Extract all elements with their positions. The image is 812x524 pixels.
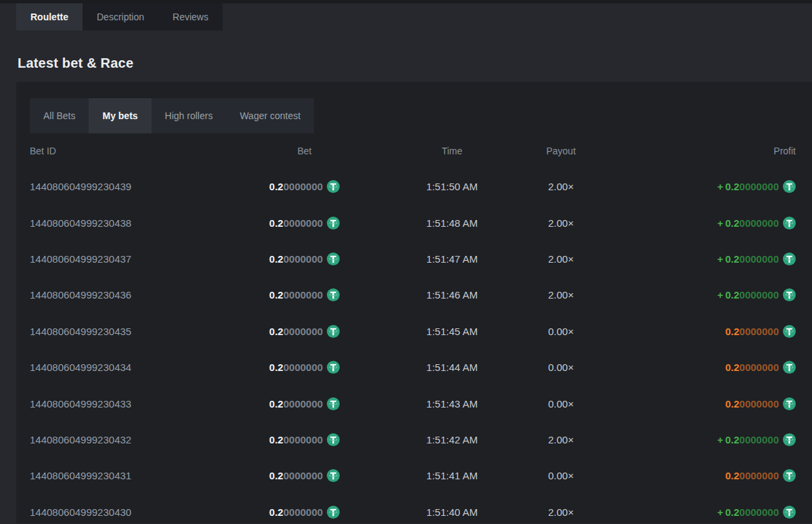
table-row: 144080604999230436 0.20000000 1:51:46 AM… <box>30 277 796 313</box>
tether-icon <box>327 217 340 230</box>
table-row: 144080604999230437 0.20000000 1:51:47 AM… <box>30 241 796 277</box>
tether-icon <box>783 217 796 230</box>
bet-id-cell: 144080604999230439 <box>30 181 237 192</box>
tab-description[interactable]: Description <box>83 3 158 30</box>
col-header-bet: Bet <box>237 146 372 156</box>
time-cell: 1:51:44 AM <box>372 362 532 373</box>
bet-amount-main: 0.2 <box>269 253 284 265</box>
table-row: 144080604999230434 0.20000000 1:51:44 AM… <box>30 349 796 385</box>
profit-cell: +0.20000000 <box>590 506 796 519</box>
bet-id-cell: 144080604999230437 <box>30 253 237 265</box>
bets-table-body: 144080604999230439 0.20000000 1:51:50 AM… <box>30 169 796 524</box>
time-cell: 1:51:50 AM <box>372 181 532 192</box>
bet-amount-main: 0.2 <box>269 434 284 445</box>
bet-id-cell: 144080604999230436 <box>30 289 237 301</box>
profit-amount-decimals: 0000000 <box>740 326 779 337</box>
profit-amount-decimals: 0000000 <box>740 506 779 518</box>
payout-cell: 2.00× <box>532 506 590 518</box>
table-row: 144080604999230432 0.20000000 1:51:42 AM… <box>30 422 796 458</box>
col-header-payout: Payout <box>532 146 590 156</box>
time-cell: 1:51:48 AM <box>372 217 532 229</box>
time-cell: 1:51:47 AM <box>372 253 532 265</box>
profit-amount-main: 0.2 <box>725 289 740 301</box>
time-cell: 1:51:40 AM <box>372 506 532 518</box>
profit-sign: + <box>717 181 723 192</box>
payout-cell: 2.00× <box>532 289 590 301</box>
section-title: Latest bet & Race <box>18 56 812 71</box>
tab-high-rollers[interactable]: High rollers <box>152 98 227 133</box>
time-cell: 1:51:41 AM <box>372 470 532 481</box>
payout-cell: 0.00× <box>532 398 590 410</box>
profit-amount-main: 0.2 <box>725 434 740 445</box>
bet-id-cell: 144080604999230434 <box>30 362 237 373</box>
profit-sign: + <box>717 253 723 265</box>
latest-bets-panel: All Bets My bets High rollers Wager cont… <box>16 82 812 523</box>
bet-cell: 0.20000000 <box>237 325 372 338</box>
bet-cell: 0.20000000 <box>237 288 372 301</box>
profit-amount-main: 0.2 <box>725 217 740 229</box>
bet-amount-decimals: 0000000 <box>284 434 323 445</box>
tether-icon <box>783 180 796 193</box>
profit-amount-main: 0.2 <box>725 181 740 192</box>
tab-wager-contest[interactable]: Wager contest <box>226 98 314 133</box>
tab-reviews[interactable]: Reviews <box>158 3 223 30</box>
tether-icon <box>327 506 340 519</box>
tether-icon <box>783 288 796 301</box>
tether-icon <box>783 253 796 265</box>
table-header: Bet ID Bet Time Payout Profit <box>30 133 796 169</box>
profit-cell: 0.20000000 <box>590 325 796 338</box>
payout-cell: 2.00× <box>532 253 590 265</box>
profit-amount-decimals: 0000000 <box>740 362 779 373</box>
profit-amount-decimals: 0000000 <box>740 434 779 445</box>
profit-amount-decimals: 0000000 <box>740 289 779 301</box>
bet-amount-main: 0.2 <box>269 181 284 192</box>
bet-id-cell: 144080604999230432 <box>30 434 237 445</box>
table-row: 144080604999230433 0.20000000 1:51:43 AM… <box>30 385 796 421</box>
profit-amount-main: 0.2 <box>725 470 740 481</box>
col-header-time: Time <box>372 146 532 156</box>
bet-amount-main: 0.2 <box>269 289 284 301</box>
bet-amount-decimals: 0000000 <box>284 289 323 301</box>
tether-icon <box>327 361 340 374</box>
profit-amount-decimals: 0000000 <box>740 398 779 410</box>
bet-amount-decimals: 0000000 <box>284 217 323 229</box>
bet-id-cell: 144080604999230433 <box>30 398 237 410</box>
bet-id-cell: 144080604999230431 <box>30 470 237 481</box>
tether-icon <box>327 253 340 265</box>
tether-icon <box>327 325 340 338</box>
tether-icon <box>327 288 340 301</box>
bet-cell: 0.20000000 <box>237 253 372 265</box>
tab-my-bets[interactable]: My bets <box>89 98 151 133</box>
bet-cell: 0.20000000 <box>237 469 372 482</box>
tether-icon <box>783 506 796 519</box>
bet-cell: 0.20000000 <box>237 180 372 193</box>
profit-sign: + <box>717 289 723 301</box>
tether-icon <box>783 325 796 338</box>
bet-amount-main: 0.2 <box>269 362 284 373</box>
tab-roulette[interactable]: Roulette <box>16 3 83 30</box>
payout-cell: 0.00× <box>532 326 590 337</box>
bet-amount-decimals: 0000000 <box>284 398 323 410</box>
table-row: 144080604999230438 0.20000000 1:51:48 AM… <box>30 204 796 240</box>
profit-amount-decimals: 0000000 <box>740 181 779 192</box>
bet-amount-main: 0.2 <box>269 217 284 229</box>
bet-cell: 0.20000000 <box>237 217 372 230</box>
bet-amount-main: 0.2 <box>269 470 284 481</box>
bet-amount-decimals: 0000000 <box>284 506 323 518</box>
col-header-profit: Profit <box>590 146 796 156</box>
profit-sign: + <box>717 506 723 518</box>
tab-all-bets[interactable]: All Bets <box>30 98 89 133</box>
col-header-bet-id: Bet ID <box>30 146 237 156</box>
bet-id-cell: 144080604999230430 <box>30 506 237 518</box>
bet-amount-decimals: 0000000 <box>284 362 323 373</box>
profit-cell: +0.20000000 <box>590 433 796 446</box>
time-cell: 1:51:42 AM <box>372 434 532 445</box>
table-row: 144080604999230435 0.20000000 1:51:45 AM… <box>30 313 796 349</box>
profit-cell: 0.20000000 <box>590 397 796 410</box>
payout-cell: 2.00× <box>532 181 590 192</box>
profit-amount-decimals: 0000000 <box>740 253 779 265</box>
profit-amount-main: 0.2 <box>725 253 740 265</box>
profit-cell: 0.20000000 <box>590 361 796 374</box>
profit-amount-decimals: 0000000 <box>740 470 779 481</box>
payout-cell: 0.00× <box>532 362 590 373</box>
